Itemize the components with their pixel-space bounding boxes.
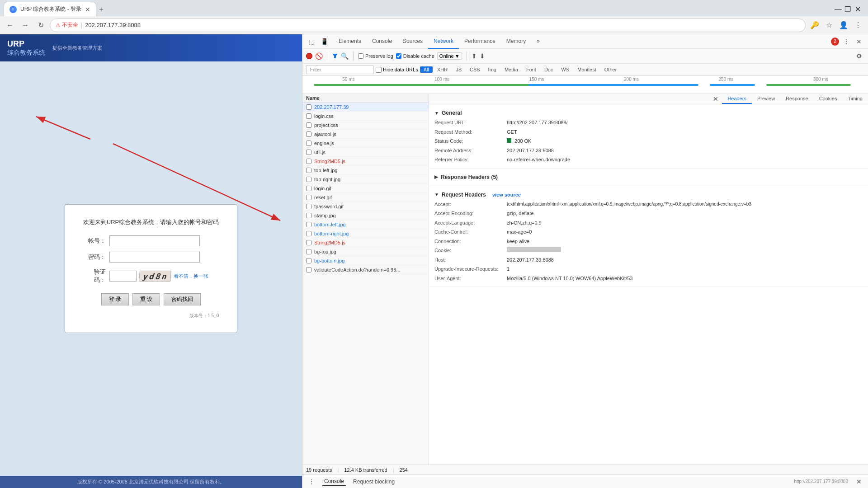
captcha-input[interactable] (109, 271, 137, 282)
file-item-0[interactable]: 202.207.177.39 (302, 103, 429, 112)
tab-cookies[interactable]: Cookies (814, 94, 843, 104)
file-checkbox-7[interactable] (306, 168, 311, 173)
more-btn[interactable]: ⋮ (852, 19, 864, 32)
tab-performance[interactable]: Performance (459, 34, 501, 49)
filter-type-js[interactable]: JS (452, 66, 465, 73)
filter-type-other[interactable]: Other (601, 66, 621, 73)
tab-preview[interactable]: Preview (752, 94, 780, 104)
refresh-button[interactable]: ↻ (34, 19, 47, 32)
file-checkbox-6[interactable] (306, 159, 311, 164)
file-checkbox-18[interactable] (306, 267, 311, 272)
filter-type-doc[interactable]: Doc (541, 66, 557, 73)
view-source-link[interactable]: view source (492, 192, 521, 197)
file-checkbox-0[interactable] (306, 104, 311, 110)
file-checkbox-1[interactable] (306, 113, 311, 119)
tab-elements[interactable]: Elements (333, 34, 367, 49)
tab-timing[interactable]: Timing (842, 94, 868, 104)
hide-data-urls-checkbox[interactable] (376, 67, 382, 73)
file-checkbox-4[interactable] (306, 141, 311, 146)
file-checkbox-8[interactable] (306, 177, 311, 182)
password-input[interactable] (109, 252, 200, 263)
tab-network[interactable]: Network (428, 34, 459, 49)
record-button[interactable] (306, 53, 312, 59)
response-headers-header[interactable]: ▶ Response Headers (5) (434, 172, 863, 182)
import-button[interactable]: ⬆ (472, 52, 477, 60)
account-btn[interactable]: 👤 (837, 19, 850, 32)
file-item-16[interactable]: bg-top.jpg (302, 247, 429, 256)
tab-console[interactable]: Console (367, 34, 397, 49)
preserve-log-label[interactable]: Preserve log (358, 53, 393, 59)
file-item-7[interactable]: top-left.jpg (302, 166, 429, 175)
disable-cache-label[interactable]: Disable cache (396, 53, 434, 59)
tab-response[interactable]: Response (780, 94, 814, 104)
file-item-11[interactable]: fpassword.gif (302, 202, 429, 211)
preserve-log-checkbox[interactable] (358, 53, 363, 59)
disable-cache-checkbox[interactable] (396, 53, 401, 59)
file-checkbox-12[interactable] (306, 213, 311, 218)
bottom-more-btn[interactable]: ⋮ (306, 476, 317, 487)
new-tab-button[interactable]: + (96, 3, 106, 16)
file-item-4[interactable]: engine.js (302, 139, 429, 148)
minimize-button[interactable]: — (835, 5, 841, 11)
tab-memory[interactable]: Memory (501, 34, 531, 49)
device-mode-btn[interactable]: 📱 (319, 36, 330, 47)
file-item-17[interactable]: bg-bottom.jpg (302, 256, 429, 265)
request-headers-header[interactable]: ▼ Request Headers view source (434, 190, 863, 200)
file-item-15[interactable]: String2MD5.js (302, 238, 429, 247)
file-checkbox-3[interactable] (306, 131, 311, 137)
bottom-tab-request-blocking[interactable]: Request blocking (351, 478, 396, 486)
bookmark-btn[interactable]: ☆ (823, 19, 835, 32)
file-item-2[interactable]: project.css (302, 121, 429, 130)
file-checkbox-10[interactable] (306, 195, 311, 200)
file-item-1[interactable]: login.css (302, 112, 429, 121)
file-checkbox-17[interactable] (306, 258, 311, 263)
filter-type-manifest[interactable]: Manifest (574, 66, 600, 73)
captcha-refresh-link[interactable]: 看不清，换一张 (174, 273, 208, 280)
file-checkbox-11[interactable] (306, 204, 311, 209)
bottom-close-btn[interactable]: ✕ (854, 476, 864, 487)
close-window-button[interactable]: ✕ (854, 5, 861, 11)
forward-button[interactable]: → (19, 19, 32, 32)
file-checkbox-15[interactable] (306, 240, 311, 245)
devtools-close-btn[interactable]: ✕ (854, 36, 864, 47)
file-item-3[interactable]: ajaxtool.js (302, 130, 429, 139)
file-item-10[interactable]: reset.gif (302, 193, 429, 202)
file-item-13[interactable]: bottom-left.jpg (302, 220, 429, 229)
tab-close-btn[interactable]: ✕ (85, 6, 90, 13)
file-checkbox-13[interactable] (306, 222, 311, 227)
general-section-header[interactable]: ▼ General (434, 108, 863, 118)
login-button[interactable]: 登 录 (101, 293, 129, 305)
file-checkbox-14[interactable] (306, 231, 311, 236)
tab-headers[interactable]: Headers (722, 94, 752, 104)
file-item-8[interactable]: top-right.jpg (302, 175, 429, 184)
hide-data-urls-label[interactable]: Hide data URLs (376, 67, 418, 73)
file-checkbox-2[interactable] (306, 122, 311, 128)
pwd-recover-button[interactable]: 密码找回 (164, 293, 201, 305)
filter-input[interactable] (306, 65, 374, 74)
maximize-button[interactable]: ❐ (844, 5, 851, 11)
clear-log-button[interactable]: 🚫 (315, 52, 322, 60)
file-checkbox-16[interactable] (306, 249, 311, 254)
throttle-select[interactable]: Online ▼ (437, 52, 462, 60)
bottom-tab-console[interactable]: Console (322, 477, 346, 486)
account-input[interactable] (109, 235, 200, 246)
back-button[interactable]: ← (4, 19, 16, 32)
export-button[interactable]: ⬇ (480, 52, 485, 60)
address-input-wrap[interactable]: ⚠ 不安全 | 202.207.177.39:8088 (50, 19, 806, 32)
filter-type-css[interactable]: CSS (466, 66, 484, 73)
tab-more[interactable]: » (531, 34, 545, 49)
file-item-18[interactable]: validateCodeAction.do?random=0.96... (302, 265, 429, 274)
file-item-5[interactable]: util.js (302, 148, 429, 157)
file-checkbox-5[interactable] (306, 150, 311, 155)
file-item-9[interactable]: login.gif (302, 184, 429, 193)
browser-tab[interactable]: U URP 综合教务系统 - 登录 ✕ (4, 2, 96, 16)
filter-type-media[interactable]: Media (501, 66, 522, 73)
filter-type-font[interactable]: Font (523, 66, 540, 73)
filter-type-all[interactable]: All (420, 66, 433, 73)
file-item-6[interactable]: String2MD5.js (302, 157, 429, 166)
file-item-12[interactable]: stamp.jpg (302, 211, 429, 220)
filter-button[interactable] (332, 53, 338, 59)
reset-button[interactable]: 重 设 (132, 293, 160, 305)
filter-type-xhr[interactable]: XHR (434, 66, 451, 73)
filter-type-ws[interactable]: WS (557, 66, 573, 73)
